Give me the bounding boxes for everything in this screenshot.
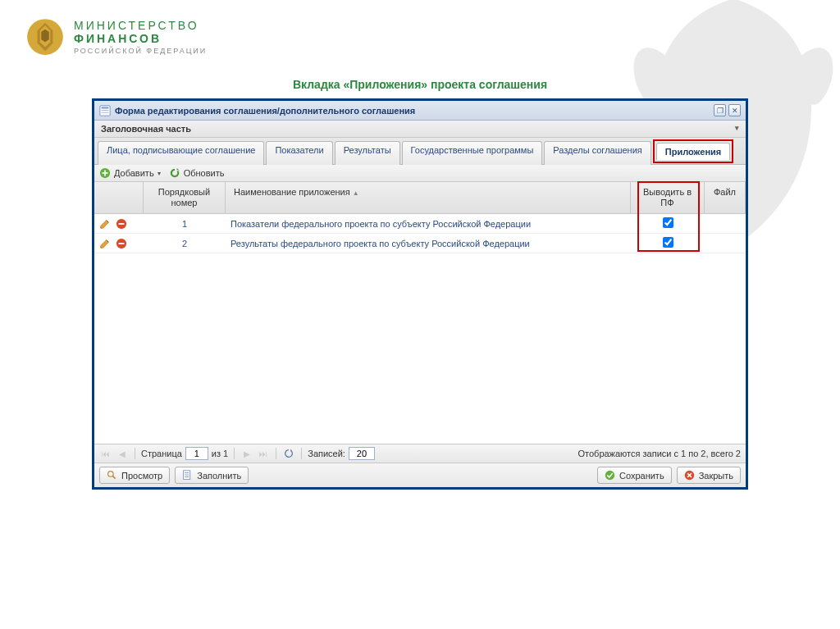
cell-number: 2 (144, 237, 226, 250)
highlight-active-tab: Приложения (653, 139, 733, 163)
svg-rect-16 (185, 473, 189, 474)
col-name[interactable]: Наименование приложения ▲ (226, 182, 631, 213)
tab-results[interactable]: Результаты (335, 141, 400, 165)
bottom-bar: Просмотр Заполнить Сохранить Закрыть (94, 463, 746, 487)
svg-point-13 (108, 472, 114, 477)
page-last-button[interactable]: ⏭ (257, 447, 270, 460)
svg-point-19 (605, 471, 614, 480)
brand-line2: ФИНАНСОВ (74, 32, 207, 45)
refresh-icon (283, 448, 294, 459)
svg-rect-12 (119, 243, 125, 244)
pager-summary: Отображаются записи с 1 по 2, всего 2 (578, 449, 742, 458)
delete-icon[interactable] (116, 238, 127, 249)
brand-header: МИНИСТЕРСТВО ФИНАНСОВ РОССИЙСКОЙ ФЕДЕРАЦ… (25, 16, 207, 57)
close-button[interactable]: Закрыть (677, 467, 741, 484)
svg-line-14 (112, 476, 115, 479)
pager-bar: ⏮ ◀ Страница из 1 ▶ ⏭ Записей: Отображаю… (94, 444, 746, 463)
tab-indicators[interactable]: Показатели (266, 141, 332, 165)
sort-asc-icon: ▲ (353, 189, 359, 197)
svg-rect-4 (102, 110, 109, 111)
main-window: Форма редактирования соглашения/дополнит… (92, 98, 748, 490)
dropdown-arrow-icon: ▾ (158, 170, 161, 177)
window-close-button[interactable]: ✕ (728, 104, 741, 116)
slide-title: Вкладка «Приложения» проекта соглашения (0, 78, 840, 91)
add-icon (99, 167, 111, 179)
fill-button[interactable]: Заполнить (175, 467, 249, 484)
records-input[interactable] (349, 447, 375, 460)
col-pf[interactable]: Выводить в ПФ (631, 182, 705, 213)
tab-bar: Лица, подписывающие соглашение Показател… (94, 138, 746, 165)
table-row[interactable]: 1 Показатели федерального проекта по суб… (94, 214, 746, 234)
brand-line3: РОССИЙСКОЙ ФЕДЕРАЦИИ (74, 47, 207, 55)
edit-icon[interactable] (99, 238, 111, 249)
svg-rect-17 (185, 475, 189, 476)
svg-rect-5 (102, 112, 109, 112)
page-of-label: из 1 (212, 449, 228, 458)
check-icon (605, 470, 615, 481)
chevron-down-icon: ▾ (735, 124, 739, 132)
tab-gov-programs[interactable]: Государственные программы (402, 141, 543, 165)
cell-name: Результаты федерального проекта по субъе… (226, 237, 631, 250)
svg-rect-10 (119, 223, 125, 225)
form-icon (99, 105, 111, 116)
grid-header: Порядковый номер Наименование приложения… (94, 182, 746, 214)
svg-rect-3 (102, 107, 109, 108)
col-file[interactable]: Файл (705, 182, 746, 213)
grid-toolbar: Добавить ▾ Обновить (94, 165, 746, 182)
window-titlebar: Форма редактирования соглашения/дополнит… (94, 101, 746, 121)
window-title: Форма редактирования соглашения/дополнит… (115, 106, 711, 116)
delete-icon[interactable] (116, 218, 127, 230)
page-refresh-button[interactable] (282, 447, 295, 460)
tab-attachments[interactable]: Приложения (656, 143, 730, 160)
brand-line1: МИНИСТЕРСТВО (74, 19, 207, 32)
page-label: Страница (141, 449, 182, 458)
tab-sections[interactable]: Разделы соглашения (544, 141, 651, 165)
document-icon (182, 470, 193, 481)
cell-name: Показатели федерального проекта по субъе… (226, 217, 631, 230)
svg-rect-8 (103, 172, 108, 174)
page-first-button[interactable]: ⏮ (99, 447, 112, 460)
col-number[interactable]: Порядковый номер (144, 182, 226, 213)
table-row[interactable]: 2 Результаты федерального проекта по суб… (94, 234, 746, 253)
emblem-icon (25, 16, 66, 57)
col-actions (94, 182, 144, 213)
section-title: Заголовочная часть (101, 124, 191, 134)
tab-signers[interactable]: Лица, подписывающие соглашение (98, 141, 264, 165)
edit-icon[interactable] (99, 218, 111, 230)
svg-rect-18 (185, 477, 189, 478)
page-next-button[interactable]: ▶ (240, 447, 253, 460)
magnifier-icon (107, 470, 117, 481)
grid-body: 1 Показатели федерального проекта по суб… (94, 214, 746, 444)
preview-button[interactable]: Просмотр (99, 467, 170, 484)
page-input[interactable] (185, 447, 208, 460)
section-header[interactable]: Заголовочная часть ▾ (94, 121, 746, 138)
page-prev-button[interactable]: ◀ (116, 447, 129, 460)
records-label: Записей: (308, 449, 345, 458)
refresh-icon (169, 167, 180, 179)
cell-number: 1 (144, 217, 226, 230)
add-button[interactable]: Добавить ▾ (99, 167, 161, 179)
close-icon (684, 470, 695, 481)
window-restore-button[interactable]: ❐ (714, 104, 726, 116)
pf-checkbox[interactable] (663, 217, 673, 228)
save-button[interactable]: Сохранить (597, 467, 672, 484)
cell-file (705, 242, 746, 245)
pf-checkbox[interactable] (663, 237, 673, 248)
cell-file (705, 222, 746, 226)
refresh-button[interactable]: Обновить (169, 167, 225, 179)
